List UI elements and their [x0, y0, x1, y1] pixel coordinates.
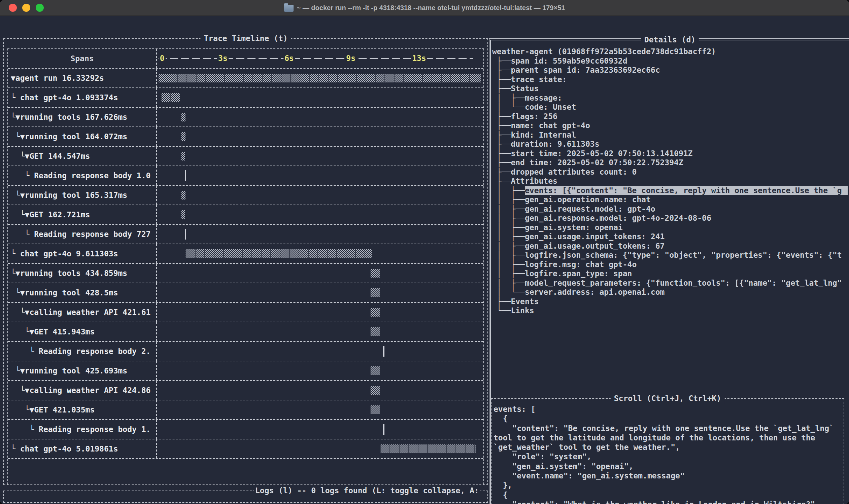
span-row[interactable]: └▼running tools 434.859ms [8, 264, 483, 283]
span-label: └ chat gpt-4o 1.093374s [8, 93, 118, 102]
details-tree[interactable]: weather-agent (01968ff972a5b53cede738dc9… [492, 47, 848, 398]
details-tree-line[interactable]: ├──flags: 256 [492, 112, 848, 122]
details-tree-line[interactable]: │ ├──gen_ai.usage.input_tokens: 241 [492, 232, 848, 241]
span-row[interactable]: └▼running tool 425.693ms [8, 361, 483, 381]
details-tree-line[interactable]: │ ├──gen_ai.request.model: gpt-4o [492, 204, 848, 214]
details-tree-line[interactable]: weather-agent (01968ff972a5b53cede738dc9… [492, 47, 848, 56]
details-tree-line[interactable]: │ ├──message: [492, 93, 848, 103]
span-row[interactable]: └ Reading response body 2. [8, 342, 483, 361]
span-label: └ chat gpt-4o 9.611303s [8, 249, 118, 258]
details-tree-line[interactable]: ├──Status [492, 84, 848, 93]
span-row[interactable]: └▼running tool 164.072ms [8, 127, 483, 147]
details-tree-line[interactable]: │ ├──gen_ai.system: openai [492, 223, 848, 233]
details-tree-line[interactable]: ├──parent span id: 7aa32363692ec66c [492, 66, 848, 75]
span-label: └ Reading response body 1.0 [8, 171, 151, 180]
scroll-json-line: tool to get the latitude and longitude o… [494, 433, 842, 443]
scroll-json-line: { [494, 414, 842, 423]
details-tree-line-selected[interactable]: │ ├──events: [{"content": "Be concise, r… [492, 186, 848, 196]
span-row[interactable]: └▼running tool 165.317ms [8, 186, 483, 205]
span-event-marker [185, 170, 186, 181]
span-row[interactable]: ▼agent run 16.33292s [8, 69, 483, 88]
scroll-json-line: { [494, 490, 842, 500]
span-row[interactable]: └▼GET 415.943ms [8, 322, 483, 342]
tree-branch-glyph: │ ├── [492, 186, 525, 196]
span-duration-bar [161, 93, 180, 102]
span-row[interactable]: └ chat gpt-4o 1.093374s [8, 88, 483, 108]
span-row[interactable]: └ Reading response body 727 [8, 225, 483, 244]
span-row[interactable]: └ Reading response body 1. [8, 420, 483, 439]
scroll-json-line: "role": "system", [494, 452, 842, 461]
span-duration-bar [370, 288, 380, 297]
span-row[interactable]: └▼running tool 428.5ms [8, 283, 483, 303]
details-tree-line[interactable]: │ ├──model_request_parameters: {"functio… [492, 278, 848, 288]
details-tree-line[interactable]: ├──span id: 559ab5e9cc60932d [492, 56, 848, 66]
details-tree-line[interactable]: ├──dropped attributes count: 0 [492, 167, 848, 177]
details-tree-line[interactable]: └──Links [492, 306, 848, 316]
span-duration-bar [370, 308, 380, 317]
span-label: └▼running tool 425.693ms [8, 366, 127, 375]
span-row[interactable]: └ chat gpt-4o 5.019861s [8, 439, 483, 459]
details-tree-line[interactable]: ├──trace state: [492, 75, 848, 85]
span-label: └▼running tool 428.5ms [8, 288, 118, 297]
span-row[interactable]: └▼GET 144.547ms [8, 147, 483, 166]
details-tree-line[interactable]: ├──Events [492, 297, 848, 306]
scroll-panel[interactable]: Scroll (Ctrl+J, Ctrl+K) events: [ { "con… [491, 398, 844, 504]
span-label: └▼calling weather API 424.86 [8, 386, 151, 395]
details-tree-line[interactable]: │ ├──logfire.json_schema: {"type": "obje… [492, 251, 848, 260]
span-event-marker [185, 229, 186, 239]
details-tree-line[interactable]: │ ├──gen_ai.operation.name: chat [492, 195, 848, 204]
timeline-axis: 03s6s9s13s [157, 49, 483, 68]
span-row[interactable]: └▼running tools 167.626ms [8, 108, 483, 127]
scroll-json-line: }, [494, 481, 842, 490]
span-label: └ Reading response body 727 [8, 230, 151, 238]
scroll-json-line: events: [ [494, 404, 842, 414]
span-label: └▼running tool 164.072ms [8, 132, 127, 141]
details-tree-line[interactable]: ├──duration: 9.611303s [492, 140, 848, 149]
details-tree-line[interactable]: ├──Attributes [492, 177, 848, 186]
selected-attribute-text: events: [{"content": "Be concise, reply … [525, 186, 848, 196]
spans-table[interactable]: Spans 03s6s9s13s ▼agent run 16.33292s└ c… [7, 49, 484, 485]
logs-panel[interactable]: Logs (l) -- 0 logs found (L: toggle coll… [3, 490, 488, 503]
span-row[interactable]: └ Reading response body 1.0 [8, 166, 483, 186]
details-tree-line[interactable]: ├──name: chat gpt-4o [492, 121, 848, 130]
axis-tick-label: 13s [411, 54, 427, 63]
details-tree-line[interactable]: │ └──server.address: api.openai.com [492, 288, 848, 297]
span-duration-bar [185, 249, 372, 258]
trace-timeline-title: Trace Timeline (t) [200, 34, 291, 44]
close-button[interactable] [9, 4, 17, 12]
minimize-button[interactable] [22, 4, 30, 12]
span-label: └▼running tool 165.317ms [8, 191, 127, 199]
details-panel: Details (d) weather-agent (01968ff972a5b… [489, 38, 849, 504]
span-label: └▼calling weather API 421.61 [8, 308, 151, 317]
span-label: └▼running tools 167.626ms [8, 113, 127, 122]
details-tree-line[interactable]: ├──end time: 2025-05-02 07:50:22.752394Z [492, 158, 848, 167]
span-row[interactable]: └▼calling weather API 424.86 [8, 381, 483, 400]
details-panel-title: Details (d) [641, 35, 699, 45]
span-row[interactable]: └▼GET 421.035ms [8, 400, 483, 420]
span-event-marker [383, 346, 385, 357]
span-duration-bar [158, 74, 481, 83]
details-tree-line[interactable]: │ ├──gen_ai.response.model: gpt-4o-2024-… [492, 214, 848, 223]
axis-tick-label: 9s [345, 54, 356, 63]
details-tree-line[interactable]: │ ├──gen_ai.usage.output_tokens: 67 [492, 241, 848, 251]
scroll-json-line: "content": "What is the weather like in … [494, 500, 842, 504]
span-row[interactable]: └▼calling weather API 421.61 [8, 303, 483, 322]
span-row[interactable]: └ chat gpt-4o 9.611303s [8, 244, 483, 264]
span-label: └▼GET 415.943ms [8, 327, 94, 336]
details-tree-line[interactable]: │ └──code: Unset [492, 103, 848, 112]
span-row[interactable]: └▼GET 162.721ms [8, 205, 483, 225]
span-label: └▼GET 144.547ms [8, 152, 90, 161]
zoom-button[interactable] [36, 4, 44, 12]
details-tree-line[interactable]: ├──start time: 2025-05-02 07:50:13.14109… [492, 149, 848, 159]
spans-table-filler [8, 459, 483, 485]
details-tree-line[interactable]: │ ├──logfire.msg: chat gpt-4o [492, 260, 848, 270]
scroll-json-line: "content": "Be concise, reply with one s… [494, 424, 842, 433]
trace-timeline-panel: Trace Timeline (t) Spans 03s6s9s13s ▼age… [3, 38, 488, 485]
details-tree-line[interactable]: ├──kind: Internal [492, 130, 848, 140]
details-tree-line[interactable]: │ ├──logfire.span_type: span [492, 269, 848, 278]
span-duration-bar [181, 191, 186, 199]
span-duration-bar [181, 113, 186, 122]
span-duration-bar [370, 269, 380, 277]
axis-tick-label: 3s [217, 54, 229, 63]
traffic-lights [9, 4, 44, 12]
